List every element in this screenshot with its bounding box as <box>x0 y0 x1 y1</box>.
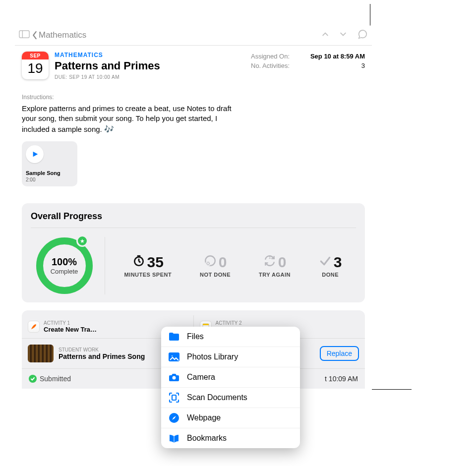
done-label: DONE <box>319 272 342 278</box>
message-icon[interactable] <box>357 29 368 42</box>
not-done-value: 0 <box>219 254 227 271</box>
menu-photos[interactable]: Photos Library <box>161 347 300 367</box>
assignment-title: Patterns and Primes <box>55 59 245 72</box>
activity-1-label: ACTIVITY 1 <box>44 320 97 326</box>
music-notes-emoji: 🎶 <box>104 125 114 133</box>
instructions-label: Instructions: <box>15 80 372 101</box>
checkmark-icon <box>319 254 332 271</box>
status-time: t 10:09 AM <box>325 375 358 383</box>
svg-point-17 <box>171 355 173 357</box>
progress-ring: ★ 100% Complete <box>36 237 93 294</box>
assigned-value: Sep 10 at 8:59 AM <box>310 53 365 60</box>
sample-song-attachment[interactable]: Sample Song 2:00 <box>22 141 77 186</box>
activities-count-label: No. Activities: <box>251 62 290 69</box>
submitted-check-icon <box>29 375 37 383</box>
scan-icon <box>168 393 180 403</box>
menu-bookmarks[interactable]: Bookmarks <box>161 428 300 448</box>
status-text: Submitted <box>40 375 71 383</box>
progress-title: Overall Progress <box>31 211 356 228</box>
done-value: 3 <box>334 254 342 271</box>
attachment-duration: 2:00 <box>26 177 73 182</box>
minutes-value: 35 <box>147 254 164 271</box>
due-date: DUE: SEP 19 AT 10:00 AM <box>55 74 245 80</box>
folder-icon <box>168 332 180 342</box>
menu-webpage-label: Webpage <box>187 413 221 422</box>
attach-source-menu: Files Photos Library Camera Scan Documen… <box>161 327 300 448</box>
activities-count: 3 <box>361 62 365 69</box>
menu-bookmarks-label: Bookmarks <box>187 434 227 443</box>
try-again-icon: 1 <box>263 254 276 271</box>
calendar-month: SEP <box>22 52 49 59</box>
svg-rect-19 <box>172 395 176 400</box>
activity-1-title: Create New Tra… <box>44 326 97 333</box>
menu-camera-label: Camera <box>187 373 215 382</box>
menu-webpage[interactable]: Webpage <box>161 408 300 428</box>
instructions-body: Explore patterns and primes to create a … <box>22 104 232 133</box>
stat-done: 3 DONE <box>319 254 342 278</box>
menu-camera[interactable]: Camera <box>161 367 300 388</box>
overall-progress-card: Overall Progress ★ 100% Complete <box>22 203 365 302</box>
garageband-icon <box>28 321 40 333</box>
menu-files[interactable]: Files <box>161 327 300 347</box>
back-label: Mathematics <box>39 30 86 40</box>
camera-icon <box>168 372 180 382</box>
svg-marker-2 <box>33 152 38 157</box>
activity-2-label: ACTIVITY 2 <box>216 320 255 326</box>
menu-scan-label: Scan Documents <box>187 393 247 402</box>
percent-label: Complete <box>51 268 78 275</box>
photo-icon <box>168 352 180 362</box>
sidebar-toggle-icon[interactable] <box>19 30 30 41</box>
book-icon <box>168 433 180 443</box>
clock-icon <box>132 254 145 271</box>
stat-minutes: 35 MINUTES SPENT <box>124 254 172 278</box>
assigned-label: Assigned On: <box>251 53 290 60</box>
menu-photos-label: Photos Library <box>187 352 238 361</box>
minutes-label: MINUTES SPENT <box>124 272 172 278</box>
svg-point-18 <box>173 376 176 380</box>
try-again-label: TRY AGAIN <box>259 272 291 278</box>
not-done-label: NOT DONE <box>200 272 231 278</box>
not-done-icon <box>204 254 217 271</box>
play-icon[interactable] <box>26 145 44 163</box>
menu-files-label: Files <box>187 332 204 341</box>
instructions-text: Explore patterns and primes to create a … <box>15 101 248 134</box>
svg-text:1: 1 <box>269 255 271 260</box>
stat-not-done: 0 NOT DONE <box>200 254 231 278</box>
svg-rect-0 <box>19 30 29 38</box>
stat-try-again: 1 0 TRY AGAIN <box>259 254 291 278</box>
navbar: Mathematics <box>15 25 372 46</box>
chevron-up-icon[interactable] <box>321 30 329 40</box>
assignment-header: SEP 19 MATHEMATICS Patterns and Primes D… <box>15 46 372 80</box>
svg-line-7 <box>139 261 140 262</box>
calendar-badge: SEP 19 <box>22 52 49 79</box>
back-button[interactable]: Mathematics <box>32 30 86 40</box>
try-again-value: 0 <box>278 254 287 271</box>
safari-icon <box>168 413 180 423</box>
attachment-title: Sample Song <box>26 170 73 176</box>
work-thumbnail <box>28 345 54 362</box>
chevron-down-icon[interactable] <box>339 30 347 40</box>
replace-button[interactable]: Replace <box>320 346 359 361</box>
assignment-meta: Assigned On: Sep 10 at 8:59 AM No. Activ… <box>251 52 365 80</box>
menu-scan[interactable]: Scan Documents <box>161 388 300 408</box>
svg-rect-15 <box>203 324 209 325</box>
percent-complete: 100% <box>52 256 77 268</box>
calendar-day: 19 <box>27 60 43 76</box>
class-name: MATHEMATICS <box>55 52 245 58</box>
